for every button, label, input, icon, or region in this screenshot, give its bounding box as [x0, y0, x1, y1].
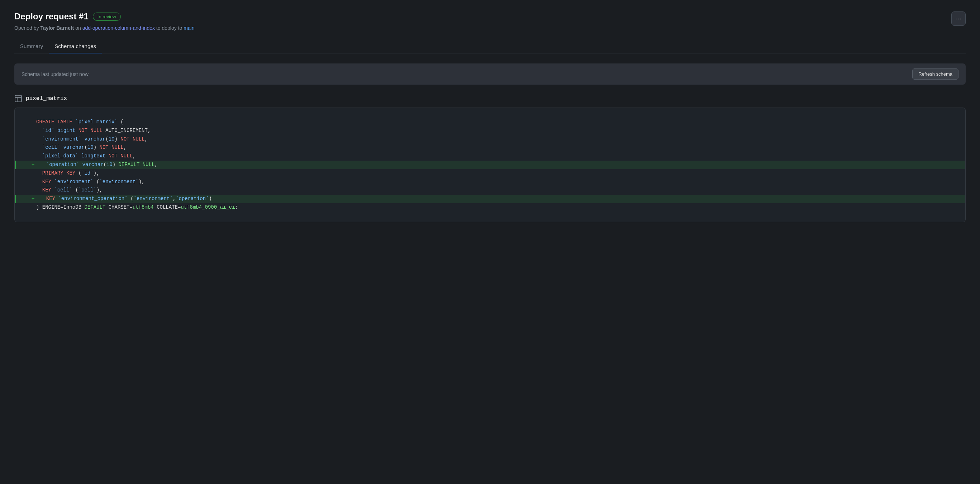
title-row: Deploy request #1 In review [14, 11, 195, 22]
code-line-added: + `operation` varchar(10) DEFAULT NULL, [15, 161, 965, 169]
code-line: `environment` varchar(10) NOT NULL, [29, 135, 951, 144]
schema-info-bar: Schema last updated just now Refresh sch… [14, 64, 966, 84]
page-title: Deploy request #1 [14, 11, 89, 22]
code-line: `pixel_data` longtext NOT NULL, [29, 152, 951, 161]
target-branch-link[interactable]: main [183, 25, 194, 31]
subtitle: Opened by Taylor Barnett on add-operatio… [14, 25, 195, 31]
tabs-container: Summary Schema changes [14, 40, 966, 53]
refresh-schema-button[interactable]: Refresh schema [912, 68, 958, 80]
code-block: CREATE TABLE `pixel_matrix` ( `id` bigin… [14, 108, 966, 222]
page-header: Deploy request #1 In review Opened by Ta… [14, 11, 966, 31]
code-line-added: + KEY `environment_operation` (`environm… [15, 195, 965, 203]
tab-schema-changes[interactable]: Schema changes [49, 40, 102, 53]
schema-info-text: Schema last updated just now [22, 72, 89, 77]
code-line: KEY `cell` (`cell`), [29, 186, 951, 195]
status-badge: In review [93, 13, 121, 21]
table-name-row: pixel_matrix [14, 95, 966, 102]
code-line: PRIMARY KEY (`id`), [29, 169, 951, 178]
code-line: KEY `environment` (`environment`), [29, 178, 951, 186]
code-line: `id` bigint NOT NULL AUTO_INCREMENT, [29, 127, 951, 135]
branch-link[interactable]: add-operation-column-and-index [83, 25, 155, 31]
tab-summary[interactable]: Summary [14, 40, 49, 53]
more-options-button[interactable]: ··· [951, 11, 966, 26]
table-icon [14, 95, 22, 102]
header-left: Deploy request #1 In review Opened by Ta… [14, 11, 195, 31]
code-line: CREATE TABLE `pixel_matrix` ( [29, 118, 951, 127]
table-name-label: pixel_matrix [26, 96, 67, 102]
svg-rect-0 [15, 96, 22, 102]
code-line: ) ENGINE=InnoDB DEFAULT CHARSET=utf8mb4 … [29, 203, 951, 212]
code-line: `cell` varchar(10) NOT NULL, [29, 143, 951, 152]
